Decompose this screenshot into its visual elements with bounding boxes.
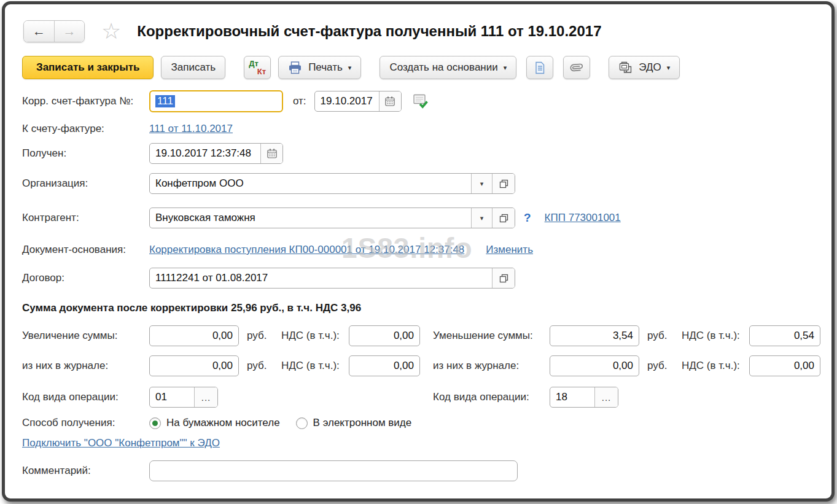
- dt-kt-postings-button[interactable]: Дт Кт: [244, 56, 271, 79]
- date-label: от:: [293, 95, 306, 107]
- op-code-left-input[interactable]: [150, 387, 194, 407]
- date-field: [314, 91, 402, 112]
- counterparty-open-button[interactable]: [492, 208, 515, 228]
- organization-dropdown-button[interactable]: ▾: [471, 174, 492, 193]
- counterparty-input[interactable]: [150, 208, 471, 228]
- edo-button[interactable]: ЭДО ▾: [609, 56, 680, 79]
- to-invoice-label: К счету-фактуре:: [22, 123, 149, 135]
- comment-label: Комментарий:: [22, 465, 149, 477]
- total-after-correction-text: Сумма документа после корректировки 25,9…: [22, 302, 819, 314]
- op-code-left-group: Код вида операции: ...: [22, 387, 433, 408]
- radio-unselected-icon[interactable]: [296, 417, 308, 429]
- printer-icon: [288, 61, 302, 74]
- rub-label: руб.: [247, 330, 273, 342]
- radio-electronic-label[interactable]: В электронном виде: [313, 417, 412, 429]
- row-number-date: Корр. счет-фактура №: 111 от:: [22, 90, 819, 112]
- decrease-journal-amount-input[interactable]: [550, 356, 639, 376]
- received-input[interactable]: [150, 144, 260, 163]
- op-code-left-field: ...: [149, 387, 218, 408]
- rub-label: руб.: [247, 360, 273, 372]
- print-label: Печать: [308, 61, 343, 74]
- number-field[interactable]: 111: [149, 90, 283, 112]
- op-code-left-label: Код вида операции:: [22, 391, 149, 403]
- counterparty-dropdown-button[interactable]: ▾: [471, 208, 492, 228]
- increase-amount-input[interactable]: [150, 326, 238, 346]
- paperclip-icon: [568, 59, 585, 76]
- title-bar: ← → ☆ Корректировочный счет-фактура полу…: [18, 13, 819, 50]
- chevron-down-icon: ▾: [480, 214, 484, 222]
- increase-journal-vat-input[interactable]: [349, 356, 419, 376]
- calendar-button[interactable]: [260, 144, 282, 163]
- app-window: 1S83.info ← → ☆ Корректировочный счет-фа…: [2, 1, 835, 502]
- decrease-journal-vat-input[interactable]: [750, 356, 820, 376]
- calendar-icon: [384, 96, 395, 107]
- decrease-label: Уменьшение суммы:: [433, 330, 550, 342]
- receipt-method-label: Способ получения:: [22, 417, 149, 429]
- attachments-button[interactable]: [563, 56, 590, 79]
- comment-input[interactable]: [150, 461, 517, 481]
- chevron-down-icon: ▾: [667, 64, 671, 72]
- number-value: 111: [155, 95, 175, 107]
- open-in-form-icon: [499, 179, 508, 188]
- row-comment: Комментарий:: [22, 460, 819, 481]
- decrease-vat-input[interactable]: [750, 326, 820, 346]
- save-and-close-button[interactable]: Записать и закрыть: [22, 56, 154, 79]
- organization-label: Организация:: [22, 177, 149, 190]
- create-based-on-button[interactable]: Создать на основании ▾: [380, 56, 516, 79]
- radio-paper-label[interactable]: На бумажном носителе: [166, 417, 280, 429]
- increase-group: Увеличение суммы: руб. НДС (в т.ч.):: [22, 325, 433, 346]
- organization-combo: ▾: [149, 173, 515, 194]
- to-invoice-link[interactable]: 111 от 11.10.2017: [149, 123, 233, 135]
- increase-amount-field: [149, 325, 239, 346]
- contract-input[interactable]: [150, 268, 492, 288]
- back-arrow-icon: ←: [33, 24, 45, 39]
- help-question-icon[interactable]: ?: [524, 211, 531, 225]
- base-document-link[interactable]: Корректировка поступления КП00-000001 от…: [149, 244, 464, 256]
- organization-input[interactable]: [150, 174, 471, 193]
- edo-label: ЭДО: [639, 61, 661, 74]
- back-button[interactable]: ←: [24, 21, 54, 42]
- counterparty-combo: ▾: [149, 207, 515, 228]
- related-documents-button[interactable]: [526, 56, 553, 79]
- increase-vat-input[interactable]: [349, 326, 419, 346]
- date-input[interactable]: [315, 91, 379, 111]
- calendar-button[interactable]: [379, 91, 401, 111]
- increase-journal-amount-input[interactable]: [150, 356, 238, 376]
- increase-vat-field: [349, 325, 420, 346]
- document-icon: [534, 61, 545, 74]
- contract-open-button[interactable]: [492, 268, 515, 288]
- op-code-left-select-button[interactable]: ...: [194, 387, 217, 407]
- forward-button[interactable]: →: [54, 21, 84, 42]
- number-label: Корр. счет-фактура №:: [22, 95, 149, 107]
- decrease-journal-label: из них в журнале:: [433, 360, 550, 372]
- kpp-link[interactable]: КПП 773001001: [545, 212, 621, 224]
- favorite-star-icon[interactable]: ☆: [101, 20, 121, 42]
- comment-field: [149, 460, 518, 481]
- print-button[interactable]: Печать ▾: [278, 56, 361, 79]
- radio-paper-option[interactable]: На бумажном носителе: [149, 417, 280, 429]
- change-link[interactable]: Изменить: [486, 244, 533, 256]
- decrease-amount-input[interactable]: [550, 326, 639, 346]
- received-field: [149, 143, 283, 164]
- radio-electronic-option[interactable]: В электронном виде: [296, 417, 412, 429]
- decrease-journal-group: из них в журнале: руб. НДС (в т.ч.):: [433, 355, 820, 376]
- edo-stamp-icon: [618, 61, 633, 74]
- increase-label: Увеличение суммы:: [22, 330, 149, 342]
- connect-edo-link[interactable]: Подключить "ООО "Конфетпром"" к ЭДО: [22, 437, 220, 449]
- base-document-label: Документ-основания:: [22, 244, 149, 256]
- organization-open-button[interactable]: [492, 174, 515, 193]
- decrease-journal-vat-field: [749, 355, 820, 376]
- vat-label: НДС (в т.ч.):: [281, 360, 349, 372]
- decrease-journal-amount-field: [550, 355, 639, 376]
- op-code-right-input[interactable]: [550, 387, 594, 407]
- op-code-right-select-button[interactable]: ...: [594, 387, 618, 407]
- row-received: Получен:: [22, 143, 819, 164]
- row-receipt-method: Способ получения: На бумажном носителе В…: [22, 417, 819, 429]
- radio-selected-icon[interactable]: [149, 417, 161, 429]
- ellipsis-icon: ...: [201, 392, 211, 403]
- toolbar: Записать и закрыть Записать Дт Кт Печать…: [22, 55, 819, 80]
- row-counterparty: Контрагент: ▾ ? КПП 773001001: [22, 207, 819, 228]
- chevron-down-icon: ▾: [348, 64, 352, 72]
- save-button[interactable]: Записать: [161, 56, 225, 79]
- received-label: Получен:: [22, 147, 149, 160]
